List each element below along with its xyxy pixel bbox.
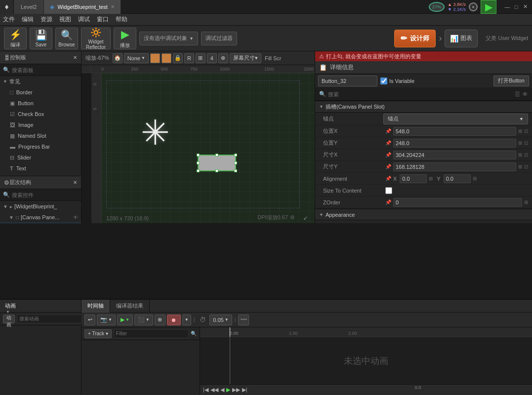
pos-x-input[interactable] bbox=[393, 127, 516, 136]
add-animation-btn[interactable]: + 动画 bbox=[3, 315, 15, 323]
zorder-input[interactable] bbox=[393, 198, 522, 207]
size-y-pin-icon[interactable]: 📌 bbox=[385, 164, 391, 169]
size-x-input[interactable] bbox=[393, 151, 516, 159]
close-icon[interactable]: ✕ bbox=[111, 4, 115, 9]
eye-view-icon[interactable]: 👁 bbox=[522, 91, 528, 98]
pos-x-extra-icon[interactable]: ⊡ bbox=[524, 128, 528, 134]
open-button[interactable]: 打开Button bbox=[493, 76, 529, 86]
align-y-expand-icon[interactable]: ⊞ bbox=[473, 176, 477, 181]
canvas-grid-btn[interactable]: ⊞ bbox=[196, 53, 205, 63]
menu-file[interactable]: 文件 bbox=[3, 15, 15, 24]
palette-item-border[interactable]: □ Border bbox=[0, 87, 81, 98]
tl-play-btn[interactable]: ▶ ▼ bbox=[117, 315, 133, 325]
tl-transform-btn[interactable]: ⊕ bbox=[155, 315, 165, 325]
size-y-extra-icon[interactable]: ⊡ bbox=[524, 164, 528, 169]
browse-button[interactable]: 🔍 Browse bbox=[55, 28, 78, 49]
size-x-expand-icon[interactable]: ⊞ bbox=[518, 152, 522, 158]
tl-camera-btn[interactable]: 📷 ▼ bbox=[97, 315, 116, 325]
hierarchy-search-input[interactable] bbox=[12, 192, 80, 198]
widget-name-input[interactable] bbox=[318, 76, 377, 86]
is-variable-checkbox[interactable] bbox=[380, 78, 387, 84]
tl-record-btn[interactable]: ⏺ bbox=[167, 315, 181, 325]
menu-assets[interactable]: 资源 bbox=[41, 15, 52, 24]
canvas-home-btn[interactable]: 🏠 bbox=[113, 53, 123, 63]
canvas-eye-icon[interactable]: 👁 bbox=[73, 215, 78, 220]
canvas-none-dropdown[interactable]: None ▼ bbox=[124, 53, 149, 63]
hierarchy-item-canvas[interactable]: ▼ □ [Canvas Pane... 👁 bbox=[0, 212, 81, 223]
close-btn[interactable]: ✕ bbox=[521, 3, 529, 11]
pos-x-pin-icon[interactable]: 📌 bbox=[385, 128, 391, 134]
minimize-btn[interactable]: — bbox=[503, 3, 511, 11]
list-view-icon[interactable]: ☰ bbox=[515, 91, 520, 98]
compile-button[interactable]: ⚡ 编译 bbox=[4, 28, 27, 49]
timeline-playhead[interactable] bbox=[230, 327, 230, 337]
debug-dropdown[interactable]: 没有选中调试对象 ▼ bbox=[139, 32, 198, 45]
palette-item-slider[interactable]: ⊟ Slider bbox=[0, 152, 81, 163]
pos-x-expand-icon[interactable]: ⊞ bbox=[518, 128, 522, 134]
canvas-screen-dropdown[interactable]: 屏幕尺寸▾ bbox=[230, 53, 261, 63]
palette-item-named-slot[interactable]: ▦ Named Slot bbox=[0, 130, 81, 141]
canvas-4btn[interactable]: 4 bbox=[207, 53, 217, 63]
canvas-color-btn1[interactable] bbox=[150, 53, 160, 63]
canvas-move-btn[interactable]: ⊕ bbox=[218, 53, 228, 63]
handle-mr[interactable] bbox=[234, 161, 237, 164]
tab-level2[interactable]: Level2 bbox=[14, 0, 44, 14]
details-search-input[interactable] bbox=[328, 91, 513, 97]
handle-br[interactable] bbox=[234, 169, 237, 172]
tl-back-btn[interactable]: ◀ bbox=[220, 387, 224, 393]
zorder-pin-icon[interactable]: 📌 bbox=[385, 199, 391, 205]
slot-section-header[interactable]: ▼ 插槽(Canvas Panel Slot) bbox=[315, 101, 532, 113]
add-track-btn[interactable]: + Track ▾ bbox=[84, 329, 112, 338]
menu-debug[interactable]: 调试 bbox=[78, 15, 90, 24]
alignment-pin-icon[interactable]: 📌 bbox=[385, 176, 391, 181]
handle-ml[interactable] bbox=[197, 161, 200, 164]
hierarchy-item-button[interactable]: ▶ ▣ Button_32 👁 bbox=[0, 223, 81, 223]
tl-undo-btn[interactable]: ↩ bbox=[84, 315, 95, 325]
tl-stop-btn[interactable]: ⬛ ▼ bbox=[134, 315, 153, 325]
palette-search[interactable]: 🔍 bbox=[0, 64, 81, 76]
menu-window[interactable]: 窗口 bbox=[97, 15, 109, 24]
pos-y-pin-icon[interactable]: 📌 bbox=[385, 140, 391, 146]
compiler-tab[interactable]: 编译器结果 bbox=[110, 300, 150, 313]
details-search-row[interactable]: 🔍 ☰ 👁 bbox=[315, 88, 532, 101]
button-widget[interactable] bbox=[198, 155, 236, 171]
save-button[interactable]: 💾 Save bbox=[30, 28, 52, 49]
widget-reflector-button[interactable]: 🔆 Widget Reflector bbox=[81, 28, 111, 49]
size-x-extra-icon[interactable]: ⊡ bbox=[524, 152, 528, 158]
palette-item-progress-bar[interactable]: ▬ Progress Bar bbox=[0, 141, 81, 152]
palette-item-image[interactable]: 🖼 Image bbox=[0, 119, 81, 130]
tab-widget-blueprint[interactable]: ◈ WidgetBlueprint_test ✕ bbox=[44, 0, 121, 14]
is-variable-check[interactable]: Is Variable bbox=[380, 78, 414, 84]
handle-tm[interactable] bbox=[215, 154, 218, 157]
palette-search-input[interactable] bbox=[12, 67, 80, 73]
handle-bm[interactable] bbox=[215, 169, 218, 172]
palette-section-common[interactable]: ▼ 常见 bbox=[0, 76, 81, 87]
tl-play2-btn[interactable]: ▶ bbox=[226, 387, 230, 393]
hierarchy-close-icon[interactable]: ✕ bbox=[73, 180, 77, 185]
play-button[interactable]: ▶ 播放 bbox=[114, 28, 136, 49]
chart-button[interactable]: 📊 图表 bbox=[445, 30, 478, 47]
timeline-tab[interactable]: 时间轴 bbox=[82, 300, 110, 313]
canvas-r-btn[interactable]: R bbox=[184, 53, 194, 63]
palette-close-icon[interactable]: ✕ bbox=[73, 55, 77, 60]
filter-button[interactable]: 调试过滤器 bbox=[201, 32, 237, 45]
pos-y-extra-icon[interactable]: ⊡ bbox=[524, 140, 528, 146]
align-y-input[interactable] bbox=[444, 174, 471, 183]
maximize-btn[interactable]: □ bbox=[512, 3, 520, 11]
hierarchy-item-root[interactable]: ▼ ▸ [WidgetBlueprint_ bbox=[0, 201, 81, 212]
pos-y-input[interactable] bbox=[393, 139, 516, 148]
canvas-grid[interactable]: ✳ bbox=[101, 73, 315, 223]
canvas-lock-btn[interactable]: 🔒 bbox=[173, 53, 183, 63]
align-x-expand-icon[interactable]: ⊞ bbox=[429, 176, 433, 181]
tl-end-btn[interactable]: ▶| bbox=[242, 387, 247, 393]
size-x-pin-icon[interactable]: 📌 bbox=[385, 152, 391, 158]
menu-view[interactable]: 视图 bbox=[59, 15, 71, 24]
designer-button[interactable]: ✏ 设计师 bbox=[394, 30, 436, 47]
size-y-expand-icon[interactable]: ⊞ bbox=[518, 164, 522, 169]
handle-tr[interactable] bbox=[234, 154, 237, 157]
handle-tl[interactable] bbox=[197, 154, 200, 157]
palette-item-button[interactable]: ▣ Button bbox=[0, 98, 81, 109]
search-animation-input[interactable] bbox=[17, 315, 84, 323]
canvas-color-btn2[interactable] bbox=[162, 53, 171, 63]
tl-curve-btn[interactable]: 〰 bbox=[238, 315, 249, 325]
